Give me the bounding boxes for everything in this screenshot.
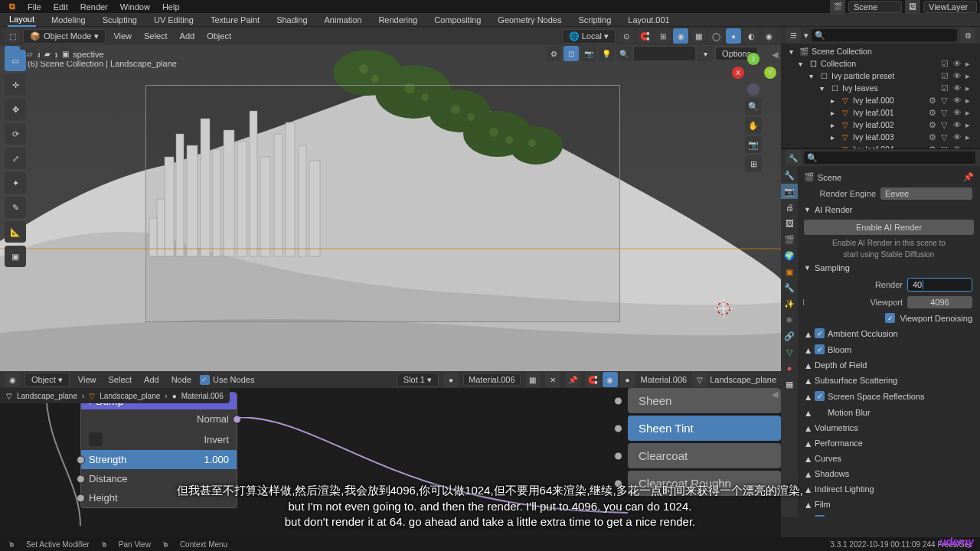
tab-scripting[interactable]: Scripting [577,14,612,26]
node-breadcrumb[interactable]: ▽Landscape_plane ›▽Landscape_plane ›●Mat… [0,388,230,403]
nav-gizmo[interactable]: X Z Y [732,53,775,96]
use-nodes-checkbox[interactable]: ✓Use Nodes [200,375,254,385]
material-browse-icon[interactable]: ▦ [525,372,541,387]
tool-annotate[interactable]: ✎ [5,197,26,218]
shading-render-icon[interactable]: ◉ [761,28,776,44]
ptab-render[interactable]: 📷 [781,184,798,199]
ne-menu-select[interactable]: Select [105,375,136,384]
ptab-data[interactable]: ▽ [781,344,798,360]
panel-performance[interactable]: ▶Performance [802,435,975,451]
menu-window[interactable]: Window [114,2,156,11]
ptab-particles[interactable]: ✨ [781,296,798,311]
panel-ambient-occlusion[interactable]: ▶✓Ambient Occlusion [802,325,975,341]
tree-item[interactable]: ▾☐Ivy particle preset☑👁▸ [784,70,977,82]
material-new-icon[interactable]: ✕ [545,372,560,387]
persp-icon[interactable]: ⊞ [745,155,762,172]
panel-screen-space-reflections[interactable]: ▶✓Screen Space Reflections [802,388,975,404]
viewlayer-field[interactable]: ViewLayer [923,1,977,13]
tool-transform[interactable]: ✦ [5,172,26,194]
vis-overlay-icon[interactable]: ⊡ [564,46,579,61]
pin-icon[interactable]: 📌 [963,172,974,182]
tab-layout[interactable]: Layout [8,13,36,27]
ne-snap-icon[interactable]: 🧲 [585,372,600,387]
filter-icon[interactable]: ▾ [697,46,713,61]
tree-item[interactable]: ▸▽Ivy leaf.004⚙▽👁▸ [784,143,977,149]
ne-menu-node[interactable]: Node [168,375,195,384]
panel-shadows[interactable]: ▶Shadows [802,466,975,481]
camera-icon[interactable]: 📷 [745,136,762,153]
tab-shading[interactable]: Shading [275,14,309,26]
outliner[interactable]: ☰ ▾ 🔍 ⚙ ▾🎬Scene Collection ▾☐Collection☑… [781,27,980,149]
search-icon[interactable]: 🔍 [616,46,632,61]
select-mode3-icon[interactable]: ▰ [40,46,55,61]
ptab-material[interactable]: ● [781,360,798,376]
panel-curves[interactable]: ▶Curves [802,451,975,466]
render-engine-dropdown[interactable]: Eevee [880,187,972,200]
vis-camera-icon[interactable]: 📷 [581,46,596,61]
tab-texpaint[interactable]: Texture Paint [209,14,261,26]
pin-icon[interactable]: 📌 [565,372,580,387]
bump-strength-value[interactable]: 1.000 [204,454,229,465]
tab-animation[interactable]: Animation [323,14,364,26]
3d-viewport[interactable]: ⬚ 📦Object Mode▾ View Select Add Object 🌐… [0,27,781,371]
editor-type-icon[interactable]: ⬚ [5,28,20,44]
outliner-filter-icon[interactable]: ⚙ [960,28,975,43]
props-search[interactable]: 🔍 [804,152,975,164]
gizmo-toggle-icon[interactable]: ⊞ [655,28,671,44]
ptab-texture[interactable]: ▦ [781,377,798,392]
scene-name-field[interactable]: Scene [848,1,902,13]
sidebar-toggle-icon[interactable]: ◀ [772,50,779,60]
tool-rotate[interactable]: ⟳ [5,123,26,145]
tree-item[interactable]: ▸▽Ivy leaf.000⚙▽👁▸ [784,94,977,106]
tab-rendering[interactable]: Rendering [377,14,419,26]
vis-gizmo-icon[interactable]: ⚙ [546,46,561,61]
ne-sidebar-toggle-icon[interactable]: ◀ [772,390,779,399]
ne-menu-view[interactable]: View [74,375,100,384]
panel-subsurface-scattering[interactable]: ▶Subsurface Scattering [802,373,975,388]
tree-item[interactable]: ▸▽Ivy leaf.001⚙▽👁▸ [784,106,977,119]
material-name-field[interactable]: Material.006 [463,373,521,386]
tool-measure[interactable]: 📐 [5,221,26,243]
pan-icon[interactable]: ✋ [745,117,762,134]
tree-item[interactable]: ▸▽Ivy leaf.002⚙▽👁▸ [784,119,977,131]
menu-help[interactable]: Help [156,2,186,11]
zoom-icon[interactable]: 🔍 [745,98,762,115]
ne-overlay-icon[interactable]: ◉ [603,372,618,387]
ptab-tool[interactable]: 🔧 [781,168,798,183]
search-viewport-input[interactable] [634,47,695,60]
shader-clearcoat[interactable]: Clearcoat [628,443,781,468]
tool-scale[interactable]: ⤢ [5,148,26,169]
shading-wire-icon[interactable]: ◯ [708,28,724,44]
viewport-samples-input[interactable]: 4096 [907,296,972,308]
menu-add[interactable]: Add [175,31,200,41]
select-mode4-icon[interactable]: ▣ [57,46,73,61]
render-samples-input[interactable]: 40 [907,278,972,292]
ptab-modifier[interactable]: 🔧 [781,280,798,295]
shader-sheen[interactable]: Sheen [628,388,781,413]
tool-cursor[interactable]: ✛ [5,74,26,96]
ptab-physics[interactable]: ⚛ [781,312,798,328]
pivot-icon[interactable]: ⊙ [619,28,634,44]
tab-layout001[interactable]: Layout.001 [626,14,671,26]
tree-item[interactable]: ▸▽Ivy leaf.003⚙▽👁▸ [784,131,977,143]
orientation-dropdown[interactable]: 🌐 Local ▾ [562,29,616,44]
shading-solid-icon[interactable]: ● [726,28,741,44]
bump-invert-checkbox[interactable] [89,432,103,446]
ne-editor-icon[interactable]: ◉ [5,372,20,387]
panel-bloom[interactable]: ▶✓Bloom [802,341,975,357]
menu-render[interactable]: Render [74,2,114,11]
snap-icon[interactable]: 🧲 [637,28,652,44]
menu-edit[interactable]: Edit [47,2,74,11]
ptab-world[interactable]: 🌍 [781,248,798,263]
menu-object[interactable]: Object [202,31,236,41]
tree-scene-collection[interactable]: ▾🎬Scene Collection [784,45,977,57]
menu-select[interactable]: Select [139,31,172,41]
tree-item[interactable]: ▾☐Collection☑👁▸ [784,57,977,70]
tree-item[interactable]: ▾☐Ivy leaves☑👁▸ [784,82,977,94]
panel-volumetrics[interactable]: ▶Volumetrics [802,420,975,435]
enable-ai-render-button[interactable]: Enable AI Render [804,220,974,235]
tab-compositing[interactable]: Compositing [433,14,482,26]
panel-motion-blur[interactable]: ▶Motion Blur [802,404,975,420]
outliner-search[interactable]: 🔍 [812,29,957,41]
overlay-toggle-icon[interactable]: ◉ [673,28,688,44]
